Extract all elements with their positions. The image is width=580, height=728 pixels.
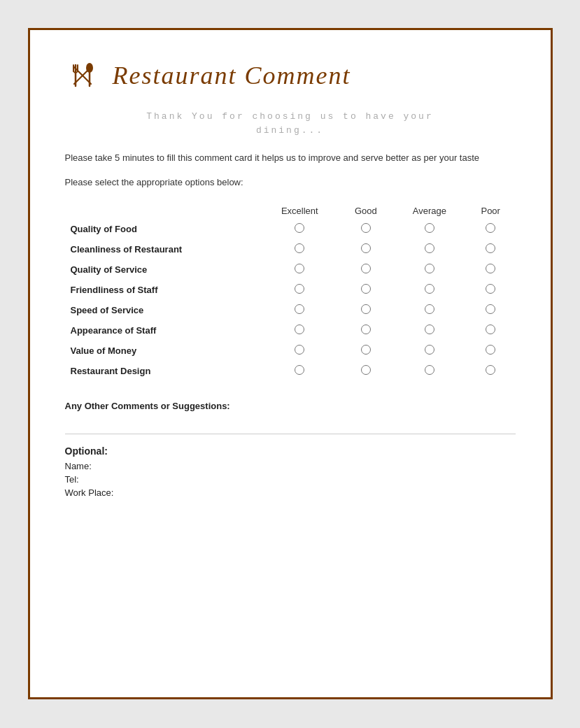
divider: [65, 434, 516, 434]
comment-card: Restaurant Comment Thank You for choosin…: [28, 28, 553, 699]
radio-average[interactable]: [393, 219, 466, 239]
radio-poor[interactable]: [466, 259, 516, 280]
col-poor: Poor: [466, 203, 516, 219]
radio-poor[interactable]: [466, 300, 516, 320]
radio-excellent[interactable]: [261, 219, 339, 239]
radio-average[interactable]: [393, 361, 466, 381]
radio-average[interactable]: [393, 300, 466, 320]
radio-average[interactable]: [393, 259, 466, 280]
row-label: Appearance of Staff: [65, 320, 261, 341]
radio-poor[interactable]: [466, 219, 516, 239]
radio-good[interactable]: [339, 219, 393, 239]
radio-excellent[interactable]: [261, 341, 339, 361]
radio-excellent[interactable]: [261, 300, 339, 320]
radio-good[interactable]: [339, 341, 393, 361]
fork-spoon-icon: [65, 58, 100, 93]
description-text: Please take 5 minutes to fill this comme…: [65, 151, 516, 166]
radio-average[interactable]: [393, 320, 466, 341]
table-row: Restaurant Design: [65, 361, 516, 381]
radio-excellent[interactable]: [261, 280, 339, 300]
radio-excellent[interactable]: [261, 259, 339, 280]
radio-good[interactable]: [339, 300, 393, 320]
radio-poor[interactable]: [466, 320, 516, 341]
radio-good[interactable]: [339, 320, 393, 341]
row-label: Speed of Service: [65, 300, 261, 320]
radio-poor[interactable]: [466, 361, 516, 381]
instruction-text: Please select the appropriate options be…: [65, 177, 516, 187]
radio-excellent[interactable]: [261, 320, 339, 341]
table-row: Quality of Service: [65, 259, 516, 280]
table-row: Friendliness of Staff: [65, 280, 516, 300]
row-label: Restaurant Design: [65, 361, 261, 381]
optional-field: Name:: [65, 461, 516, 471]
radio-good[interactable]: [339, 239, 393, 259]
optional-field: Tel:: [65, 474, 516, 485]
radio-poor[interactable]: [466, 280, 516, 300]
table-row: Quality of Food: [65, 219, 516, 239]
radio-average[interactable]: [393, 341, 466, 361]
comments-label: Any Other Comments or Suggestions:: [65, 401, 516, 411]
col-good: Good: [339, 203, 393, 219]
col-average: Average: [393, 203, 466, 219]
row-label: Friendliness of Staff: [65, 280, 261, 300]
radio-good[interactable]: [339, 361, 393, 381]
radio-poor[interactable]: [466, 239, 516, 259]
thank-you-text: Thank You for choosing us to have your d…: [65, 110, 516, 137]
row-label: Cleanliness of Restaurant: [65, 239, 261, 259]
col-label-empty: [65, 203, 261, 219]
row-label: Quality of Service: [65, 259, 261, 280]
radio-average[interactable]: [393, 280, 466, 300]
optional-label: Optional:: [65, 445, 516, 457]
col-excellent: Excellent: [261, 203, 339, 219]
table-row: Appearance of Staff: [65, 320, 516, 341]
radio-average[interactable]: [393, 239, 466, 259]
radio-good[interactable]: [339, 259, 393, 280]
optional-section: Optional: Name:Tel:Work Place:: [65, 445, 516, 498]
comments-section: Any Other Comments or Suggestions:: [65, 401, 516, 411]
table-row: Speed of Service: [65, 300, 516, 320]
page-title: Restaurant Comment: [113, 61, 351, 90]
row-label: Value of Money: [65, 341, 261, 361]
radio-excellent[interactable]: [261, 361, 339, 381]
optional-field: Work Place:: [65, 487, 516, 498]
radio-excellent[interactable]: [261, 239, 339, 259]
radio-good[interactable]: [339, 280, 393, 300]
table-row: Value of Money: [65, 341, 516, 361]
row-label: Quality of Food: [65, 219, 261, 239]
rating-table: Excellent Good Average Poor Quality of F…: [65, 203, 516, 381]
header: Restaurant Comment: [65, 58, 516, 93]
svg-point-6: [86, 63, 93, 73]
table-row: Cleanliness of Restaurant: [65, 239, 516, 259]
radio-poor[interactable]: [466, 341, 516, 361]
